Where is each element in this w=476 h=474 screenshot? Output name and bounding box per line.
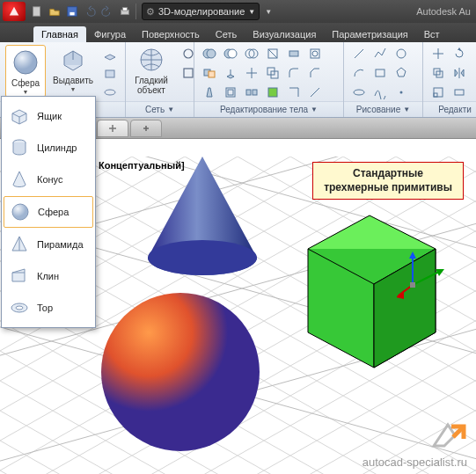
dropdown-item-wedge[interactable]: Клин — [2, 260, 95, 292]
tab-parametric[interactable]: Параметризация — [324, 26, 415, 42]
fillet-edge-icon[interactable] — [284, 64, 304, 82]
qat-print-icon[interactable] — [116, 3, 134, 20]
line-icon[interactable] — [349, 45, 369, 62]
edit-edge-icon[interactable] — [305, 84, 325, 101]
dropdown-item-torus[interactable]: Тор — [2, 292, 95, 324]
svg-marker-50 — [397, 290, 404, 299]
qat-new-icon[interactable] — [28, 3, 46, 20]
tab-solid[interactable]: Фигура — [86, 26, 134, 42]
taper-face-icon[interactable] — [200, 84, 219, 101]
copy-edge-icon[interactable] — [284, 84, 304, 101]
separate-icon[interactable] — [242, 84, 261, 101]
polyline-icon[interactable] — [370, 45, 390, 62]
tab-surface[interactable]: Поверхность — [134, 26, 208, 42]
rotate-icon[interactable] — [450, 45, 469, 62]
svg-point-30 — [397, 49, 406, 58]
viewport-visualstyle-label[interactable]: Концептуальный] — [99, 160, 185, 171]
extrude-button[interactable]: Выдавить ▼ — [53, 45, 93, 92]
dropdown-item-sphere[interactable]: Сфера — [4, 196, 93, 228]
qat-redo-icon[interactable] — [99, 3, 116, 20]
imprint-icon[interactable] — [305, 45, 325, 62]
slice-icon[interactable] — [263, 45, 282, 62]
svg-rect-2 — [70, 12, 74, 16]
qat-save-icon[interactable] — [63, 3, 81, 20]
annotation-callout: Стандартные трехмерные примитивы — [312, 162, 464, 200]
svg-rect-10 — [184, 69, 193, 77]
svg-point-12 — [207, 49, 216, 58]
stretch-icon[interactable] — [450, 84, 469, 101]
svg-point-14 — [228, 49, 237, 58]
chamfer-edge-icon[interactable] — [305, 64, 325, 82]
dropdown-item-cylinder[interactable]: Цилиндр — [2, 132, 95, 164]
svg-rect-38 — [455, 90, 464, 95]
arc-icon[interactable] — [349, 64, 369, 82]
move-icon[interactable] — [428, 45, 448, 62]
document-tab[interactable] — [97, 120, 128, 137]
mirror-icon[interactable] — [450, 64, 469, 82]
tab-render[interactable]: Визуализация — [245, 26, 324, 42]
primitive-dropdown: Ящик Цилиндр Конус Сфера Пирамида Клин Т… — [1, 96, 96, 328]
ucs-gizmo[interactable] — [397, 250, 446, 299]
watermark-text: autocad-specialist.ru — [362, 456, 467, 469]
panel-solidedit-title[interactable]: Редактирование тела▼ — [194, 101, 343, 117]
dropdown-item-box[interactable]: Ящик — [2, 100, 95, 132]
shell-icon[interactable] — [221, 84, 240, 101]
interfere-icon[interactable] — [200, 64, 219, 82]
svg-rect-27 — [246, 90, 251, 95]
tab-home[interactable]: Главная — [33, 26, 86, 42]
svg-rect-26 — [228, 90, 233, 95]
panel-modify-title[interactable]: Редакти — [423, 101, 476, 117]
sphere-icon — [10, 201, 31, 222]
sphere-split-button[interactable]: Сфера ▼ — [5, 45, 46, 98]
extrude-face-icon[interactable] — [221, 64, 240, 82]
dropdown-item-cone[interactable]: Конус — [2, 164, 95, 195]
scale-icon[interactable] — [428, 84, 448, 101]
thicken-icon[interactable] — [284, 45, 304, 62]
panel-mesh: Гладкий объект Сеть▼ — [126, 42, 194, 117]
dropdown-item-label: Пирамида — [37, 239, 84, 250]
tab-mesh[interactable]: Сеть — [208, 26, 245, 42]
polysolid-icon[interactable] — [100, 45, 120, 62]
svg-rect-36 — [434, 93, 437, 97]
dropdown-item-label: Клин — [37, 271, 59, 281]
union-icon[interactable] — [200, 45, 219, 62]
workspace-combo[interactable]: ⚙ 3D-моделирование ▼ — [142, 3, 260, 20]
revolve-icon[interactable] — [100, 84, 120, 101]
presspull-icon[interactable] — [100, 64, 120, 82]
svg-rect-0 — [33, 7, 40, 17]
intersect-icon[interactable] — [242, 45, 261, 62]
copy-icon[interactable] — [428, 64, 448, 82]
smooth-object-button[interactable]: Гладкий объект — [131, 45, 172, 95]
polygon-icon[interactable] — [392, 64, 411, 82]
color-face-icon[interactable] — [263, 84, 282, 101]
dropdown-item-label: Цилиндр — [37, 142, 77, 153]
new-document-tab[interactable] — [130, 120, 162, 137]
qat-more-icon[interactable]: ▼ — [260, 3, 277, 20]
qat-open-icon[interactable] — [46, 3, 63, 20]
svg-rect-22 — [209, 71, 215, 77]
panel-mesh-title[interactable]: Сеть▼ — [126, 101, 194, 117]
point-icon[interactable] — [392, 84, 411, 101]
dropdown-item-pyramid[interactable]: Пирамида — [2, 229, 95, 260]
svg-rect-18 — [289, 51, 298, 56]
ellipse-icon[interactable] — [349, 84, 369, 101]
svg-point-44 — [148, 240, 257, 275]
watermark: autocad-specialist.ru — [362, 419, 467, 469]
chevron-down-icon: ▼ — [70, 86, 77, 92]
pyramid-icon — [9, 234, 30, 255]
dropdown-item-label: Ящик — [37, 111, 62, 121]
svg-point-5 — [14, 51, 37, 74]
move-face-icon[interactable] — [242, 64, 261, 82]
app-menu-button[interactable] — [3, 2, 26, 21]
spline-icon[interactable] — [370, 84, 390, 101]
panel-solid-editing: Редактирование тела▼ — [194, 42, 344, 117]
offset-face-icon[interactable] — [263, 64, 282, 82]
sphere-label: Сфера — [11, 78, 40, 88]
qat-undo-icon[interactable] — [81, 3, 99, 20]
rectangle-icon[interactable] — [370, 64, 390, 82]
circle-icon[interactable] — [392, 45, 411, 62]
panel-draw-title[interactable]: Рисование▼ — [344, 101, 422, 117]
subtract-icon[interactable] — [221, 45, 240, 62]
tab-insert[interactable]: Вст — [416, 26, 448, 42]
svg-point-9 — [184, 49, 193, 58]
